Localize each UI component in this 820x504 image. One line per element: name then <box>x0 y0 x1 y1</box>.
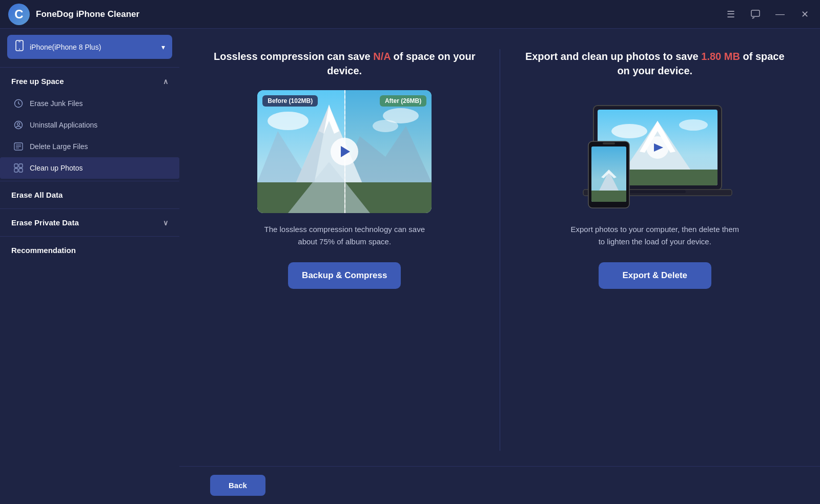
play-button[interactable] <box>331 138 358 165</box>
right-card-image <box>563 90 747 213</box>
close-button[interactable]: ✕ <box>797 7 812 22</box>
bottom-bar: Back <box>179 466 820 504</box>
device-label: iPhone(iPhone 8 Plus) <box>30 43 156 51</box>
before-label: Before (102MB) <box>262 95 318 107</box>
clock-icon <box>13 98 24 109</box>
svg-rect-13 <box>14 169 18 172</box>
list-lines-icon <box>13 141 24 152</box>
svg-point-25 <box>268 112 309 130</box>
minimize-button[interactable]: — <box>773 7 787 22</box>
play-triangle-icon <box>341 146 350 157</box>
sidebar: iPhone(iPhone 8 Plus) ▾ Free up Space ∧ … <box>0 29 179 504</box>
sidebar-item-cleanup-photos[interactable]: Clean up Photos <box>0 157 179 179</box>
title-bar-controls: ☰ — ✕ <box>724 7 812 22</box>
content-area: Lossless compression can save N/A of spa… <box>179 29 820 466</box>
main-layout: iPhone(iPhone 8 Plus) ▾ Free up Space ∧ … <box>0 29 820 504</box>
svg-point-6 <box>17 123 20 125</box>
cleanup-photos-label: Clean up Photos <box>30 164 83 172</box>
free-up-space-label: Free up Space <box>11 77 64 86</box>
svg-rect-48 <box>603 142 615 144</box>
sidebar-item-delete-large[interactable]: Delete Large Files <box>0 136 179 157</box>
svg-rect-0 <box>751 10 760 16</box>
svg-rect-12 <box>19 164 23 167</box>
svg-rect-46 <box>591 191 626 202</box>
photo-grid-icon <box>13 163 24 173</box>
backup-compress-button[interactable]: Backup & Compress <box>288 262 401 289</box>
svg-point-27 <box>373 120 398 132</box>
right-card-headline: Export and clean up photos to save 1.80 … <box>521 49 790 78</box>
sidebar-section-free-space: Free up Space ∧ Erase Junk Files <box>0 70 179 179</box>
erase-private-data-label: Erase Private Data <box>11 218 79 227</box>
person-circle-icon <box>13 120 24 130</box>
svg-point-36 <box>679 119 708 131</box>
title-bar: C FoneDog iPhone Cleaner ☰ — ✕ <box>0 0 820 29</box>
uninstall-apps-label: Uninstall Applications <box>30 121 97 129</box>
menu-button[interactable]: ☰ <box>724 7 738 22</box>
svg-rect-11 <box>14 164 18 167</box>
sidebar-item-erase-junk[interactable]: Erase Junk Files <box>0 93 179 114</box>
app-logo: C <box>8 4 30 25</box>
card-divider <box>500 49 500 451</box>
export-delete-button[interactable]: Export & Delete <box>599 262 711 289</box>
free-up-space-header[interactable]: Free up Space ∧ <box>0 70 179 93</box>
device-selector-chevron-icon: ▾ <box>161 43 165 51</box>
delete-large-label: Delete Large Files <box>30 142 88 151</box>
back-button[interactable]: Back <box>210 475 265 496</box>
svg-rect-14 <box>19 169 23 172</box>
svg-point-35 <box>611 124 647 138</box>
sidebar-item-uninstall-apps[interactable]: Uninstall Applications <box>0 114 179 136</box>
erase-junk-label: Erase Junk Files <box>30 99 83 108</box>
cards-row: Lossless compression can save N/A of spa… <box>210 49 789 451</box>
free-up-space-chevron-icon: ∧ <box>163 77 168 86</box>
left-card: Lossless compression can save N/A of spa… <box>210 49 479 289</box>
device-icon <box>14 40 25 54</box>
after-label: After (26MB) <box>380 95 426 107</box>
device-selector[interactable]: iPhone(iPhone 8 Plus) ▾ <box>7 35 172 59</box>
title-bar-left: C FoneDog iPhone Cleaner <box>8 4 724 25</box>
app-title: FoneDog iPhone Cleaner <box>36 9 139 19</box>
sidebar-erase-private-data[interactable]: Erase Private Data ∨ <box>0 211 179 234</box>
right-card-desc: Export photos to your computer, then del… <box>568 223 742 248</box>
sidebar-recommendation[interactable]: Recommendation <box>0 239 179 262</box>
chat-button[interactable] <box>748 7 763 22</box>
svg-rect-40 <box>624 190 686 193</box>
left-card-desc: The lossless compression technology can … <box>257 223 432 248</box>
svg-point-3 <box>19 49 20 50</box>
right-card: Export and clean up photos to save 1.80 … <box>521 49 790 289</box>
erase-private-chevron-icon: ∨ <box>163 219 168 227</box>
left-card-image: Before (102MB) After (26MB) <box>257 90 432 213</box>
left-card-headline: Lossless compression can save N/A of spa… <box>210 49 479 78</box>
sidebar-erase-all-data[interactable]: Erase All Data <box>0 183 179 206</box>
